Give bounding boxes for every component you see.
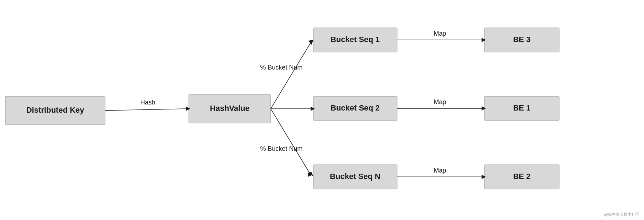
distributed-key-label: Distributed Key [26,106,84,114]
be-1-label: BE 1 [513,103,531,112]
line-hash-to-bucket1 [271,43,311,109]
percent-bucket-num-top-label: % Bucket Num [260,64,302,71]
be-3-label: BE 3 [513,35,531,44]
bucket-seq-n-label: Bucket Seq N [330,172,380,181]
percent-bucket-num-bottom-label: % Bucket Num [260,145,302,152]
arrow-hash-to-bucket1 [308,40,313,45]
map-2-label: Map [433,98,446,106]
bucket-seq-2-label: Bucket Seq 2 [331,103,380,112]
line-hash-to-bucketn [271,109,311,175]
be-2-label: BE 2 [513,172,531,181]
diagram-container: Distributed Key HashValue Bucket Seq 1 B… [0,0,644,220]
bucket-seq-1-label: Bucket Seq 1 [331,35,380,44]
hash-label: Hash [140,99,155,106]
hash-value-label: HashValue [210,104,249,113]
arrow-key-to-hash-line [105,109,186,111]
diagram-svg: Distributed Key HashValue Bucket Seq 1 B… [0,0,644,220]
map-3-label: Map [433,167,446,174]
map-1-label: Map [433,30,446,37]
watermark: @极主宰金技术社区 [604,212,639,216]
